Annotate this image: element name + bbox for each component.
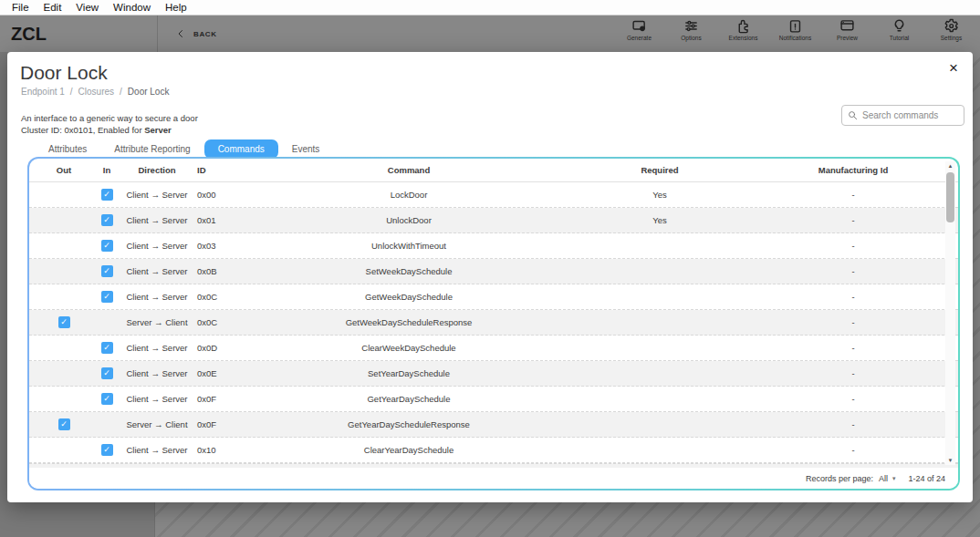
in-checkbox[interactable]: ✓ (101, 291, 113, 303)
direction-cell: Server → Client (124, 419, 190, 429)
table-row: ✓Client → Server0x10ClearYearDaySchedule… (29, 438, 958, 463)
required-cell: Yes (555, 215, 765, 225)
direction-cell: Client → Server (124, 445, 190, 455)
in-checkbox[interactable]: ✓ (101, 189, 113, 201)
id-cell: 0x01 (190, 215, 263, 225)
in-checkbox[interactable]: ✓ (101, 265, 113, 277)
search-box (841, 105, 964, 126)
cluster-enabled-side: Server (144, 125, 172, 135)
table-row: ✓Client → Server0x0ESetYearDaySchedule- (29, 361, 958, 387)
table-row: ✓Client → Server0x03UnlockWithTimeout- (29, 233, 958, 259)
tab-commands[interactable]: Commands (204, 139, 278, 159)
in-checkbox[interactable]: ✓ (101, 367, 113, 379)
id-cell: 0x0B (190, 266, 263, 276)
close-icon[interactable]: × (949, 60, 958, 76)
records-per-page-select[interactable]: All ▾ (879, 474, 896, 483)
table-row: ✓Client → Server0x0DClearWeekDaySchedule… (29, 336, 958, 361)
manufacturing-id-cell: - (765, 266, 942, 276)
in-checkbox[interactable]: ✓ (101, 444, 113, 456)
in-cell: ✓ (89, 367, 124, 379)
menu-item-file[interactable]: File (5, 2, 36, 13)
tab-bar: AttributesAttribute ReportingCommandsEve… (35, 139, 333, 159)
column-header-direction: Direction (124, 165, 190, 175)
direction-cell: Client → Server (124, 266, 190, 276)
menu-item-view[interactable]: View (69, 2, 105, 13)
out-checkbox[interactable]: ✓ (58, 418, 70, 430)
tab-attribute-reporting[interactable]: Attribute Reporting (100, 139, 203, 159)
command-cell: SetYearDaySchedule (263, 368, 555, 378)
direction-cell: Client → Server (124, 292, 190, 302)
direction-cell: Server → Client (124, 317, 190, 327)
in-checkbox[interactable]: ✓ (101, 393, 113, 405)
direction-cell: Client → Server (124, 394, 190, 404)
id-cell: 0x03 (190, 241, 263, 251)
page-title: Door Lock (20, 62, 973, 84)
tab-events[interactable]: Events (278, 139, 334, 159)
table-footer: Records per page: All ▾ 1-24 of 24 (29, 468, 958, 489)
column-header-id: ID (190, 165, 263, 175)
search-input[interactable] (862, 110, 958, 120)
menu-bar: FileEditViewWindowHelp (0, 0, 980, 15)
command-cell: GetYearDaySchedule (263, 394, 555, 404)
table-row: ✓Server → Client0x0CGetWeekDayScheduleRe… (29, 310, 958, 336)
column-header-in: In (89, 165, 124, 175)
cluster-id-line: Cluster ID: 0x0101, Enabled for Server (21, 124, 973, 136)
in-cell: ✓ (89, 342, 124, 354)
table-row: ✓Client → Server0x00LockDoorYes- (29, 182, 958, 208)
column-header-out: Out (38, 165, 89, 175)
id-cell: 0x0E (190, 368, 263, 378)
door-lock-dialog: × Door Lock Endpoint 1/Closures/Door Loc… (7, 52, 973, 502)
menu-item-window[interactable]: Window (107, 2, 157, 13)
cluster-description: An interface to a generic way to secure … (21, 112, 973, 124)
command-cell: UnlockWithTimeout (263, 241, 555, 251)
direction-cell: Client → Server (124, 190, 190, 200)
scroll-down-icon[interactable]: ▼ (948, 456, 954, 465)
column-header-manufacturing-id: Manufacturing Id (765, 165, 942, 175)
command-cell: ClearYearDaySchedule (263, 445, 555, 455)
caret-down-icon: ▾ (892, 475, 896, 482)
table-row: ✓Client → Server0x0BSetWeekDaySchedule- (29, 259, 958, 284)
breadcrumb: Endpoint 1/Closures/Door Lock (21, 87, 973, 97)
in-cell: ✓ (89, 444, 124, 456)
in-checkbox[interactable]: ✓ (101, 342, 113, 354)
menu-item-help[interactable]: Help (159, 2, 193, 13)
scrollbar-thumb[interactable] (946, 172, 954, 222)
table-row: ✓Server → Client0x0FGetYearDayScheduleRe… (29, 412, 958, 438)
direction-cell: Client → Server (124, 368, 190, 378)
breadcrumb-separator: / (120, 87, 122, 97)
in-checkbox[interactable]: ✓ (101, 240, 113, 252)
manufacturing-id-cell: - (765, 241, 942, 251)
pagination-range: 1-24 of 24 (908, 474, 945, 483)
manufacturing-id-cell: - (765, 445, 942, 455)
out-checkbox[interactable]: ✓ (58, 316, 70, 328)
out-cell: ✓ (38, 418, 89, 430)
breadcrumb-item: Door Lock (128, 87, 170, 97)
table-body: ✓Client → Server0x00LockDoorYes-✓Client … (29, 182, 958, 471)
id-cell: 0x0F (190, 419, 263, 429)
in-cell: ✓ (89, 291, 124, 303)
id-cell: 0x0F (190, 394, 263, 404)
direction-cell: Client → Server (124, 241, 190, 251)
scroll-up-icon[interactable]: ▲ (948, 161, 954, 170)
in-cell: ✓ (89, 214, 124, 226)
command-cell: SetWeekDaySchedule (263, 266, 555, 276)
id-cell: 0x10 (190, 445, 263, 455)
manufacturing-id-cell: - (765, 368, 942, 378)
breadcrumb-item[interactable]: Endpoint 1 (21, 87, 65, 97)
manufacturing-id-cell: - (765, 292, 942, 302)
required-cell: Yes (555, 190, 765, 200)
breadcrumb-item[interactable]: Closures (78, 87, 114, 97)
manufacturing-id-cell: - (765, 343, 942, 353)
manufacturing-id-cell: - (765, 317, 942, 327)
manufacturing-id-cell: - (765, 190, 942, 200)
in-checkbox[interactable]: ✓ (101, 214, 113, 226)
menu-item-edit[interactable]: Edit (37, 2, 68, 13)
command-cell: UnlockDoor (263, 215, 555, 225)
tab-attributes[interactable]: Attributes (35, 139, 100, 159)
records-per-page-label: Records per page: (806, 474, 873, 483)
direction-cell: Client → Server (124, 215, 190, 225)
table-scrollbar[interactable]: ▲ ▼ (945, 161, 955, 465)
manufacturing-id-cell: - (765, 394, 942, 404)
id-cell: 0x00 (190, 190, 263, 200)
breadcrumb-separator: / (70, 87, 73, 97)
